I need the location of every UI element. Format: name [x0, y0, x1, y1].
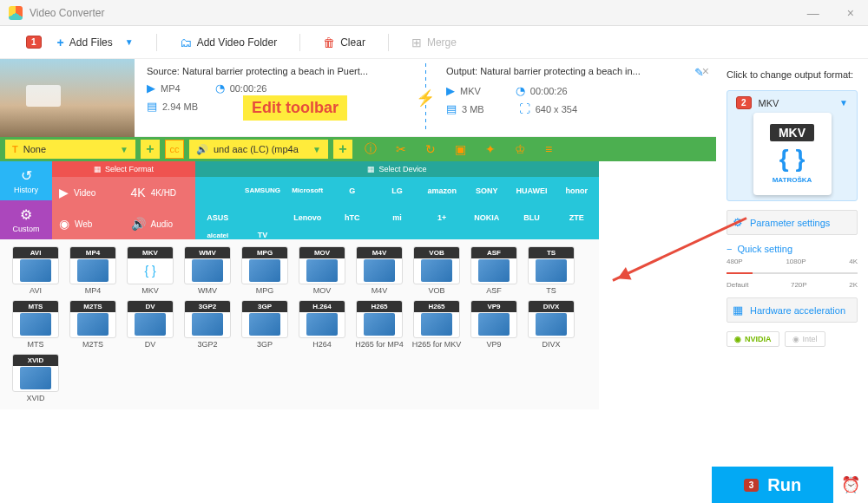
category-video[interactable]: ▶Video — [52, 177, 124, 208]
play-icon: ▶ — [59, 186, 69, 199]
cc-button[interactable]: cc — [165, 140, 184, 159]
brand-tv[interactable]: TV — [258, 231, 268, 239]
audio-icon: 🔊 — [131, 217, 146, 231]
format-avi[interactable]: AVIAVI — [9, 246, 62, 295]
folder-icon: 🗂 — [180, 36, 192, 49]
run-button[interactable]: 3 Run — [712, 467, 833, 503]
format-vob[interactable]: VOBVOB — [410, 246, 464, 295]
parameter-settings-button[interactable]: ⚙Parameter settings — [727, 210, 858, 235]
brand-1+[interactable]: 1+ — [437, 213, 446, 222]
add-subtitle-button[interactable]: + — [141, 140, 160, 159]
format-h265-for-mp4[interactable]: H265H265 for MP4 — [352, 300, 406, 349]
brand-asus[interactable]: ASUS — [207, 213, 228, 222]
brand-honor[interactable]: honor — [565, 186, 588, 195]
brand-htc[interactable]: hTC — [345, 213, 360, 222]
category-web[interactable]: ◉Web — [52, 208, 124, 239]
merge-icon: ⊞ — [411, 36, 422, 49]
schedule-button[interactable]: ⏰ — [833, 467, 868, 502]
hardware-acceleration-button[interactable]: ▦Hardware acceleration — [727, 297, 858, 323]
cut-icon[interactable]: ✂ — [396, 142, 406, 156]
brand-zte[interactable]: ZTE — [569, 213, 584, 222]
merge-button[interactable]: ⊞ Merge — [404, 32, 464, 53]
output-format-card[interactable]: 2 MKV ▼ MKV { } MATROŠKA — [727, 90, 858, 201]
quick-setting-toggle[interactable]: −Quick setting — [727, 244, 858, 254]
trash-icon: 🗑 — [323, 36, 335, 49]
format-3gp[interactable]: 3GP3GP — [238, 300, 292, 349]
add-files-button[interactable]: + Add Files ▼ — [50, 32, 141, 53]
format-h264[interactable]: H.264H264 — [295, 300, 349, 349]
format-m2ts[interactable]: M2TSM2TS — [66, 300, 120, 349]
nvidia-badge[interactable]: ◉NVIDIA — [727, 331, 779, 347]
add-folder-button[interactable]: 🗂 Add Video Folder — [173, 32, 285, 53]
format-vp9[interactable]: VP9VP9 — [467, 300, 521, 349]
format-asf[interactable]: ASFASF — [467, 246, 521, 295]
subtitle-icon: T — [12, 144, 18, 154]
close-button[interactable]: × — [842, 4, 859, 22]
format-h265-for-mkv[interactable]: H265H265 for MKV — [410, 300, 464, 349]
format-mov[interactable]: MOVMOV — [295, 246, 349, 295]
format-dv[interactable]: DVDV — [123, 300, 177, 349]
select-device-header: ▦Select Device — [195, 161, 599, 177]
custom-tab[interactable]: ⚙Custom — [0, 200, 52, 239]
subtitle-selector[interactable]: T None ▼ — [5, 140, 135, 159]
chevron-down-icon: ▼ — [120, 145, 128, 154]
app-title: Video Converter — [30, 7, 105, 19]
adjust-icon[interactable]: ≡ — [545, 142, 552, 156]
chevron-down-icon[interactable]: ▼ — [125, 37, 134, 47]
category-4khd[interactable]: 4K4K/HD — [124, 177, 196, 208]
brand-alcatel[interactable]: alcatel — [207, 232, 228, 239]
crop-icon[interactable]: ▣ — [455, 142, 466, 156]
change-format-label: Click to change output format: — [727, 69, 858, 80]
web-icon: ◉ — [59, 217, 69, 231]
format-mpg[interactable]: MPGMPG — [238, 246, 292, 295]
format-mts[interactable]: MTSMTS — [9, 300, 62, 349]
watermark-icon[interactable]: ♔ — [515, 142, 526, 156]
brand-lg[interactable]: LG — [391, 186, 403, 195]
intel-badge[interactable]: ◉Intel — [785, 331, 825, 347]
minimize-button[interactable]: — — [802, 4, 825, 22]
quality-slider[interactable] — [727, 272, 858, 274]
format-wmv[interactable]: WMVWMV — [181, 246, 234, 295]
audio-value: und aac (LC) (mp4a — [214, 144, 299, 154]
chevron-down-icon[interactable]: ▼ — [839, 98, 848, 108]
format-mp4[interactable]: MP4MP4 — [66, 246, 120, 295]
video-thumbnail[interactable] — [0, 59, 135, 137]
format-mkv[interactable]: MKV{ }MKV — [123, 246, 177, 295]
brand-amazon[interactable]: amazon — [427, 186, 457, 195]
clock-icon: ◔ — [516, 84, 525, 97]
remove-file-button[interactable]: × — [702, 64, 709, 78]
format-ts[interactable]: TSTS — [524, 246, 578, 295]
rotate-icon[interactable]: ↻ — [425, 142, 436, 156]
format-3gp2[interactable]: 3GP23GP2 — [181, 300, 234, 349]
brand-sony[interactable]: SONY — [476, 186, 498, 195]
info-icon[interactable]: ⓘ — [365, 141, 377, 157]
format-icon: ▶ — [446, 84, 455, 97]
edit-toolbar: T None ▼ + cc 🔊 und aac (LC) (mp4a ▼ + ⓘ… — [0, 137, 716, 161]
brand-blu[interactable]: BLU — [523, 213, 540, 222]
category-audio[interactable]: 🔊Audio — [124, 208, 196, 239]
format-divx[interactable]: DIVXDIVX — [524, 300, 578, 349]
clock-icon: ◔ — [215, 82, 225, 95]
history-tab[interactable]: ↺History — [0, 161, 52, 200]
gear-icon: ⚙ — [20, 206, 32, 223]
brand-lenovo[interactable]: Lenovo — [293, 213, 321, 222]
minus-icon: − — [727, 244, 732, 254]
clear-label: Clear — [340, 36, 365, 49]
clear-button[interactable]: 🗑 Clear — [316, 32, 372, 53]
effects-icon[interactable]: ✦ — [485, 142, 496, 156]
format-xvid[interactable]: XVIDXVID — [9, 354, 62, 402]
brand-mi[interactable]: mi — [392, 213, 402, 222]
out-size: 3 MB — [462, 104, 484, 114]
size-icon: ▤ — [446, 102, 457, 115]
brand-samsung[interactable]: SAMSUNG — [245, 186, 280, 194]
brand-huawei[interactable]: HUAWEI — [516, 186, 547, 195]
brand-g[interactable]: G — [349, 186, 355, 195]
source-panel: Source: Natural barrier protecting a bea… — [135, 59, 417, 136]
brand-microsoft[interactable]: Microsoft — [292, 186, 323, 194]
brand-nokia[interactable]: NOKIA — [474, 213, 499, 222]
titlebar: Video Converter — × — [0, 0, 868, 26]
audio-selector[interactable]: 🔊 und aac (LC) (mp4a ▼ — [189, 140, 328, 159]
format-grid: AVIAVIMP4MP4MKV{ }MKVWMVWMVMPGMPGMOVMOVM… — [0, 239, 599, 409]
format-m4v[interactable]: M4VM4V — [352, 246, 406, 295]
add-audio-button[interactable]: + — [333, 140, 352, 159]
